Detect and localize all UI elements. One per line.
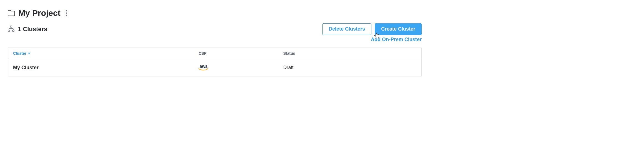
actions-group: Delete Clusters Create Cluster [322, 23, 422, 35]
column-header-cluster[interactable]: Cluster ▼ [13, 51, 198, 56]
sort-desc-icon: ▼ [27, 52, 31, 55]
svg-point-0 [66, 10, 67, 11]
svg-rect-4 [8, 30, 10, 31]
add-onprem-link[interactable]: Add On-Prem Cluster [371, 37, 422, 43]
column-header-csp[interactable]: CSP [198, 51, 283, 56]
cluster-count-label: 1 Clusters [18, 26, 47, 33]
svg-rect-3 [10, 26, 12, 27]
project-header: My Project [8, 8, 422, 18]
column-header-cluster-label: Cluster [13, 51, 26, 56]
cell-cluster-name: My Cluster [13, 65, 198, 71]
cluster-count-group: 1 Clusters [8, 26, 47, 33]
secondary-actions: Add On-Prem Cluster [8, 37, 422, 43]
svg-point-1 [66, 13, 67, 14]
kebab-menu-icon[interactable] [66, 10, 67, 16]
cell-status: Draft [283, 65, 417, 70]
create-cluster-button[interactable]: Create Cluster [375, 23, 422, 35]
delete-clusters-button[interactable]: Delete Clusters [322, 23, 371, 35]
aws-smile-icon [198, 68, 208, 71]
aws-icon-text: aws [200, 64, 208, 69]
network-icon [8, 26, 14, 33]
sub-header-row: 1 Clusters Delete Clusters Create Cluste… [8, 23, 422, 35]
aws-icon: aws [198, 64, 208, 71]
table-row[interactable]: My Cluster aws Draft [8, 59, 421, 76]
cell-csp: aws [198, 64, 283, 71]
page-title: My Project [18, 8, 61, 18]
column-header-status[interactable]: Status [283, 51, 417, 56]
folder-icon [8, 10, 15, 16]
svg-rect-5 [12, 30, 14, 31]
table-header-row: Cluster ▼ CSP Status [8, 48, 421, 59]
clusters-table: Cluster ▼ CSP Status My Cluster aws Draf… [8, 48, 422, 76]
svg-point-2 [66, 15, 67, 16]
